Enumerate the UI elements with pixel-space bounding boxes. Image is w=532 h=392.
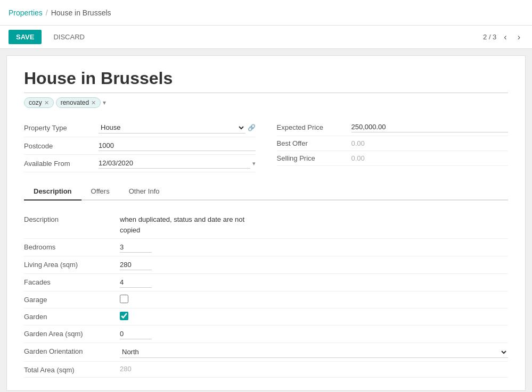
expected-price-label: Expected Price	[277, 123, 351, 131]
bedrooms-label: Bedrooms	[24, 242, 120, 251]
breadcrumb: Properties / House in Brussels	[9, 9, 111, 17]
description-line2: copied	[120, 226, 140, 234]
pagination-text: 2 / 3	[483, 33, 496, 41]
expected-price-value	[351, 122, 509, 132]
selling-price-label: Selling Price	[277, 154, 351, 162]
tag-renovated: renovated ✕	[56, 97, 101, 108]
living-area-row: Living Area (sqm)	[24, 256, 508, 274]
garden-orientation-label: Garden Orientation	[24, 346, 120, 355]
tags-row: cozy ✕ renovated ✕ ▾	[24, 97, 508, 108]
description-text: when duplicated, status and date are not…	[120, 214, 508, 235]
living-area-label: Living Area (sqm)	[24, 260, 120, 269]
best-offer-label: Best Offer	[277, 139, 351, 147]
description-text-content: when duplicated, status and date are not…	[120, 214, 508, 235]
fields-grid: Property Type House 🔗 Postcode Available…	[24, 119, 508, 172]
available-from-row: Available From ▾	[24, 155, 256, 172]
property-type-external-link[interactable]: 🔗	[248, 124, 256, 131]
fields-left: Property Type House 🔗 Postcode Available…	[24, 119, 256, 172]
property-type-select[interactable]: House	[99, 122, 245, 134]
expected-price-row: Expected Price	[277, 119, 509, 136]
garden-orientation-row: Garden Orientation North South East West	[24, 343, 508, 362]
property-type-row: Property Type House 🔗	[24, 119, 256, 137]
garden-label: Garden	[24, 312, 120, 321]
tag-cozy-label: cozy	[29, 99, 42, 106]
description-row: Description when duplicated, status and …	[24, 211, 508, 239]
best-offer-row: Best Offer 0.00	[277, 136, 509, 151]
total-area-row: Total Area (sqm) 280	[24, 362, 508, 378]
facades-input[interactable]	[120, 277, 152, 288]
available-from-label: Available From	[24, 160, 99, 168]
garden-orientation-value: North South East West	[120, 346, 508, 358]
tag-cozy: cozy ✕	[24, 97, 54, 108]
garden-row: Garden	[24, 308, 508, 326]
postcode-value	[99, 140, 256, 151]
description-line1: when duplicated, status and date are not	[120, 215, 244, 223]
pagination: 2 / 3 ‹ ›	[483, 31, 523, 43]
garage-row: Garage	[24, 291, 508, 308]
toolbar: SAVE DISCARD 2 / 3 ‹ ›	[0, 26, 532, 49]
total-area-value: 280	[120, 365, 508, 373]
expected-price-input[interactable]	[351, 122, 509, 132]
facades-value	[120, 277, 508, 288]
selling-price-row: Selling Price 0.00	[277, 151, 509, 166]
description-label: Description	[24, 214, 120, 223]
facades-row: Facades	[24, 274, 508, 291]
garden-area-label: Garden Area (sqm)	[24, 329, 120, 338]
tab-description[interactable]: Description	[24, 183, 81, 201]
living-area-input[interactable]	[120, 260, 152, 270]
main-content: House in Brussels cozy ✕ renovated ✕ ▾ P…	[6, 55, 526, 391]
property-type-label: Property Type	[24, 124, 99, 132]
bedrooms-value	[120, 242, 508, 253]
garden-area-input[interactable]	[120, 329, 152, 339]
next-button[interactable]: ›	[514, 31, 523, 43]
best-offer-value: 0.00	[351, 139, 509, 147]
living-area-value	[120, 260, 508, 270]
bedrooms-row: Bedrooms	[24, 239, 508, 256]
available-from-dropdown[interactable]: ▾	[252, 160, 256, 167]
garden-orientation-select[interactable]: North South East West	[120, 346, 508, 358]
save-button[interactable]: SAVE	[9, 30, 42, 44]
selling-price-display: 0.00	[351, 154, 365, 162]
facades-label: Facades	[24, 277, 120, 286]
postcode-row: Postcode	[24, 137, 256, 155]
postcode-label: Postcode	[24, 142, 99, 150]
fields-right: Expected Price Best Offer 0.00 Selling P…	[277, 119, 509, 172]
toolbar-actions: SAVE DISCARD	[9, 30, 92, 44]
garden-area-row: Garden Area (sqm)	[24, 326, 508, 343]
prev-button[interactable]: ‹	[501, 31, 510, 43]
discard-button[interactable]: DISCARD	[46, 30, 92, 44]
total-area-label: Total Area (sqm)	[24, 365, 120, 374]
tab-offers[interactable]: Offers	[81, 183, 119, 201]
tag-cozy-remove[interactable]: ✕	[44, 99, 49, 106]
available-from-input[interactable]	[99, 158, 250, 169]
garden-checkbox[interactable]	[120, 312, 128, 320]
tabs-bar: Description Offers Other Info	[24, 183, 508, 201]
best-offer-display: 0.00	[351, 139, 365, 147]
record-title: House in Brussels	[24, 69, 508, 93]
tag-renovated-label: renovated	[61, 99, 89, 106]
postcode-input[interactable]	[99, 140, 256, 151]
selling-price-value: 0.00	[351, 154, 509, 162]
total-area-display: 280	[120, 365, 132, 373]
top-bar: Properties / House in Brussels	[0, 0, 532, 26]
garage-checkbox-wrapper	[120, 295, 508, 305]
description-tab-content: Description when duplicated, status and …	[24, 211, 508, 378]
breadcrumb-current: House in Brussels	[51, 9, 111, 17]
garden-checkbox-wrapper	[120, 312, 508, 322]
property-type-value: House 🔗	[99, 122, 256, 134]
tags-dropdown-arrow[interactable]: ▾	[103, 99, 106, 106]
bedrooms-input[interactable]	[120, 242, 152, 253]
garage-label: Garage	[24, 295, 120, 304]
garden-area-value	[120, 329, 508, 339]
tag-renovated-remove[interactable]: ✕	[91, 99, 96, 106]
garage-checkbox[interactable]	[120, 295, 128, 303]
available-from-value: ▾	[99, 158, 256, 169]
breadcrumb-parent[interactable]: Properties	[9, 9, 43, 17]
tab-other-info[interactable]: Other Info	[119, 183, 169, 201]
breadcrumb-separator: /	[46, 9, 48, 17]
